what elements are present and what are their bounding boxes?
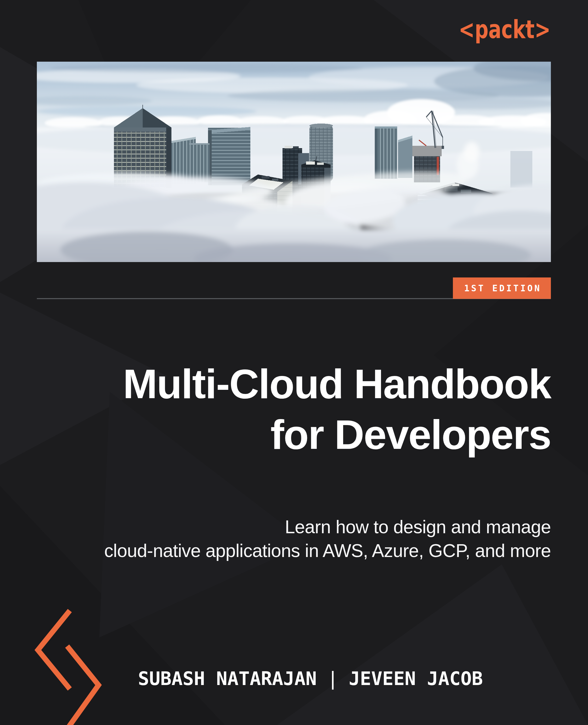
edition-badge-label: 1ST EDITION: [462, 283, 542, 293]
edition-badge: 1ST EDITION: [453, 277, 551, 299]
hero-image: [37, 62, 551, 262]
book-title-line-1: Multi-Cloud Handbook: [123, 359, 551, 409]
packt-shard-icon: [31, 606, 105, 725]
city-above-clouds-illustration: [37, 62, 551, 262]
authors-line: SUBASH NATARAJAN|JEVEEN JACOB: [138, 668, 483, 689]
book-title-line-2: for Developers: [123, 409, 551, 460]
book-cover: <packt>: [0, 0, 588, 725]
book-title: Multi-Cloud Handbook for Developers: [123, 359, 551, 460]
author-separator: |: [327, 668, 338, 689]
book-subtitle-line-2: cloud-native applications in AWS, Azure,…: [104, 539, 551, 563]
author-1: SUBASH NATARAJAN: [138, 668, 317, 689]
packt-logo: <packt>: [451, 16, 553, 46]
author-2: JEVEEN JACOB: [349, 668, 483, 689]
packt-logo-text: <packt>: [459, 16, 551, 44]
book-subtitle-line-1: Learn how to design and manage: [104, 515, 551, 539]
book-subtitle: Learn how to design and manage cloud-nat…: [104, 515, 551, 563]
